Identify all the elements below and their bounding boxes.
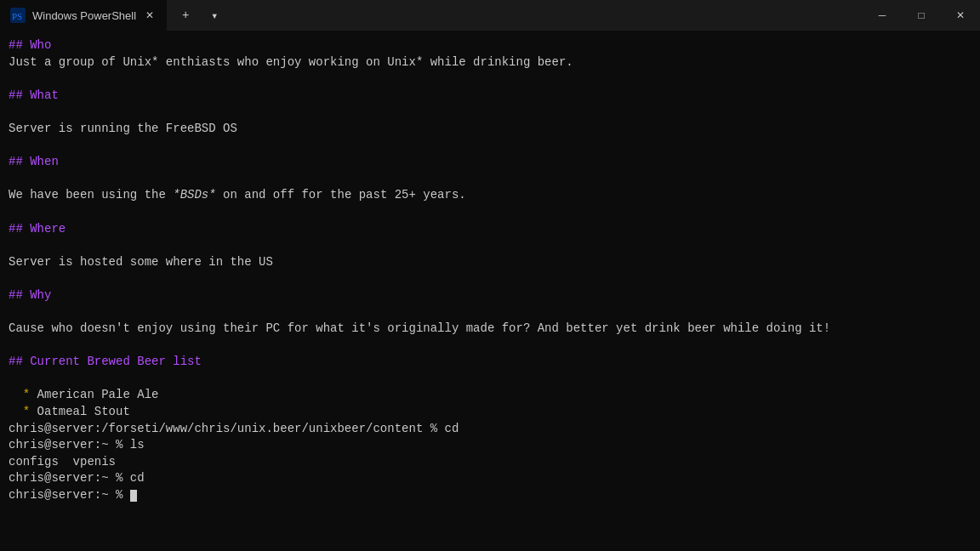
- powershell-icon: PS: [10, 8, 26, 23]
- blank-9: [9, 338, 971, 355]
- terminal-cursor: [130, 490, 137, 502]
- blank-7: [9, 270, 971, 287]
- blank-5: [9, 204, 971, 221]
- blank-8: [9, 304, 971, 321]
- line-who-text: Just a group of Unix* enthiasts who enjo…: [9, 54, 971, 71]
- blank-3: [9, 138, 971, 155]
- line-where-text: Server is hosted some where in the US: [9, 254, 971, 271]
- beer-item-1: * American Pale Ale: [9, 387, 971, 404]
- titlebar-left: PS Windows PowerShell ✕ + ▾: [0, 0, 233, 31]
- svg-text:PS: PS: [12, 11, 22, 21]
- prompt-line-3: configs vpenis: [9, 454, 971, 471]
- prompt-line-2: chris@server:~ % ls: [9, 437, 971, 454]
- maximize-button[interactable]: □: [902, 0, 941, 31]
- blank-4: [9, 171, 971, 188]
- line-where-heading: ## Where: [9, 221, 971, 238]
- prompt-line-current: chris@server:~ %: [9, 487, 971, 504]
- tab-actions: + ▾: [167, 2, 233, 29]
- tab-close-button[interactable]: ✕: [143, 9, 157, 22]
- line-who-heading: ## Who: [9, 37, 971, 54]
- blank-1: [9, 71, 971, 88]
- line-why-heading: ## Why: [9, 287, 971, 304]
- line-what-heading: ## What: [9, 88, 971, 105]
- line-when-heading: ## When: [9, 154, 971, 171]
- tab-dropdown-button[interactable]: ▾: [201, 2, 228, 29]
- prompt-line-1: chris@server:/forseti/www/chris/unix.bee…: [9, 421, 971, 438]
- close-button[interactable]: ✕: [941, 0, 980, 31]
- line-beer-heading: ## Current Brewed Beer list: [9, 354, 971, 371]
- line-why-text: Cause who doesn't enjoy using their PC f…: [9, 321, 971, 338]
- beer-item-2: * Oatmeal Stout: [9, 404, 971, 421]
- titlebar-right: ─ □ ✕: [863, 0, 980, 31]
- line-what-text: Server is running the FreeBSD OS: [9, 121, 971, 138]
- active-tab[interactable]: PS Windows PowerShell ✕: [0, 0, 167, 31]
- blank-6: [9, 237, 971, 254]
- powershell-window: PS Windows PowerShell ✕ + ▾ ─ □: [0, 0, 980, 551]
- tab-title: Windows PowerShell: [32, 9, 136, 22]
- line-when-text: We have been using the *BSDs* on and off…: [9, 187, 971, 204]
- blank-2: [9, 104, 971, 121]
- italic-bsds: *BSDs*: [173, 188, 215, 202]
- blank-10: [9, 371, 971, 388]
- minimize-button[interactable]: ─: [863, 0, 902, 31]
- new-tab-button[interactable]: +: [172, 2, 199, 29]
- terminal-body[interactable]: ## Who Just a group of Unix* enthiasts w…: [0, 31, 980, 551]
- titlebar: PS Windows PowerShell ✕ + ▾ ─ □: [0, 0, 980, 31]
- prompt-line-4: chris@server:~ % cd: [9, 470, 971, 487]
